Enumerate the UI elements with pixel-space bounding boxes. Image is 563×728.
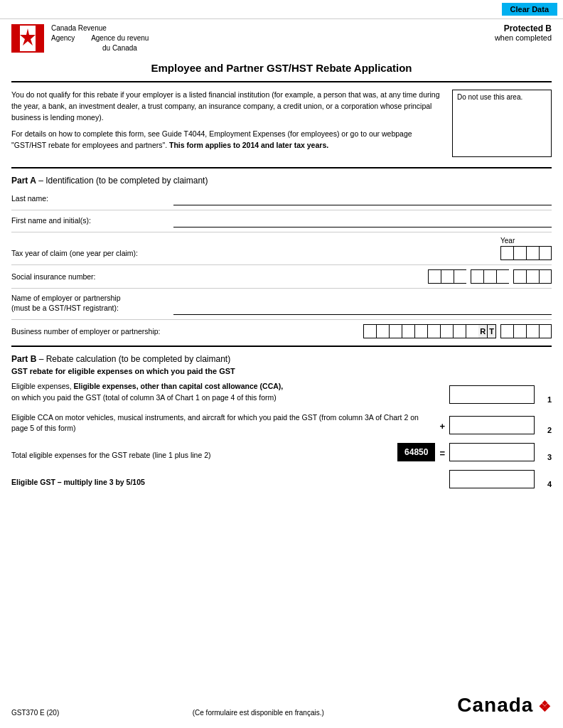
year-cell-4[interactable]	[539, 246, 552, 260]
intro-paragraph-1: You do not qualify for this rebate if yo…	[11, 90, 444, 123]
sin-cell-8[interactable]	[526, 269, 539, 284]
bn-cell-9[interactable]	[466, 324, 478, 338]
last-name-input[interactable]	[173, 193, 552, 205]
line-2-operator: +	[439, 421, 445, 434]
year-col-label: Year	[500, 237, 515, 245]
line-1-input-box	[449, 385, 535, 404]
sin-segmented-input	[428, 269, 552, 284]
line-2-label: Eligible CCA on motor vehicles, musical …	[11, 412, 435, 435]
line-1-number: 1	[539, 395, 552, 404]
header-section: Canada Revenue Agency Agence du revenu d…	[0, 19, 563, 56]
gst-rebate-title: GST rebate for eligible expenses on whic…	[11, 367, 552, 375]
line-1-label: Eligible expenses, Eligible expenses, ot…	[11, 381, 445, 404]
intro-section: You do not qualify for this rebate if yo…	[0, 82, 563, 164]
sin-cell-9[interactable]	[539, 269, 552, 284]
sin-row: Social insurance number:	[11, 265, 552, 289]
do-not-use-box: Do not use this area.	[452, 90, 552, 157]
logo-area: Canada Revenue Agency Agence du revenu d…	[11, 23, 149, 53]
part-a-header: Part A – Identification (to be completed…	[0, 171, 563, 188]
sin-label: Social insurance number:	[11, 272, 168, 284]
bn-cell-3[interactable]	[389, 324, 402, 338]
year-cell-1[interactable]	[500, 246, 513, 260]
year-cell-3[interactable]	[526, 246, 539, 260]
line-3-operator: =	[439, 448, 445, 461]
clear-data-button[interactable]: Clear Data	[502, 3, 557, 16]
agency-en: Canada Revenue	[51, 24, 107, 32]
bn-ref-4[interactable]	[539, 324, 552, 338]
sin-cell-4[interactable]	[471, 269, 483, 284]
business-number-label: Business number of employer or partnersh…	[11, 326, 168, 338]
line-1-input[interactable]	[450, 390, 532, 399]
sin-cell-7[interactable]	[513, 269, 526, 284]
first-name-row: First name and initial(s):	[11, 210, 552, 232]
line-3-number: 3	[539, 453, 552, 461]
line-4-number: 4	[539, 480, 552, 488]
part-b-body: GST rebate for eligible expenses on whic…	[0, 367, 563, 493]
tax-year-input-area: Year	[173, 237, 552, 260]
bn-segmented-input: R T	[363, 324, 552, 338]
line-3-input[interactable]	[450, 448, 532, 456]
bn-cell-4[interactable]	[402, 324, 414, 338]
part-a-body: Last name: First name and initial(s): Ta…	[0, 188, 563, 343]
year-segmented-input	[500, 246, 552, 260]
employer-name-input-area	[173, 302, 552, 315]
business-number-input-area: R T	[173, 324, 552, 338]
line-4-label: Eligible GST – multiply line 3 by 5/105	[11, 477, 445, 488]
intro-text: You do not qualify for this rebate if yo…	[11, 90, 444, 157]
line-2-row: Eligible CCA on motor vehicles, musical …	[11, 408, 552, 439]
bn-cell-8[interactable]	[453, 324, 466, 338]
employer-name-row: Name of employer or partnership (must be…	[11, 289, 552, 320]
first-name-input-area	[173, 215, 552, 228]
bn-ref-2[interactable]	[513, 324, 526, 338]
employer-name-label: Name of employer or partnership (must be…	[11, 293, 168, 315]
agency-fr2: du Canada	[102, 44, 137, 52]
bn-cell-2[interactable]	[376, 324, 389, 338]
line-3-row: Total eligible expenses for the GST reba…	[11, 439, 552, 466]
first-name-input[interactable]	[173, 215, 552, 228]
sin-cell-2[interactable]	[441, 269, 454, 284]
footer: GST370 E (20) (Ce formulaire est disponi…	[0, 694, 563, 717]
rt-label: R	[478, 324, 488, 338]
line-2-input[interactable]	[450, 421, 532, 429]
sin-cell-6[interactable]	[496, 269, 509, 284]
agency-en2: Agency	[51, 34, 75, 42]
tax-year-row: Tax year of claim (one year per claim): …	[11, 232, 552, 265]
bn-cell-1[interactable]	[363, 324, 376, 338]
bn-cell-7[interactable]	[440, 324, 453, 338]
line-4-row: Eligible GST – multiply line 3 by 5/105 …	[11, 466, 552, 493]
protected-b-label: Protected B when completed	[495, 23, 552, 42]
footer-french: (Ce formulaire est disponible en françai…	[193, 709, 324, 717]
rt-label-t: T	[488, 324, 496, 338]
footer-form-number: GST370 E (20)	[11, 709, 59, 717]
part-b-header: Part B – Rebate calculation (to be compl…	[0, 350, 563, 367]
line-3-input-box	[449, 443, 535, 461]
sin-cell-5[interactable]	[483, 269, 496, 284]
employer-name-input[interactable]	[173, 302, 552, 315]
intro-paragraph-2: For details on how to complete this form…	[11, 129, 444, 151]
sin-cell-1[interactable]	[428, 269, 441, 284]
canada-flag-icon	[11, 24, 44, 53]
line-2-input-box	[449, 416, 535, 434]
bn-ref-1[interactable]	[500, 324, 513, 338]
agency-text: Canada Revenue Agency Agence du revenu d…	[51, 23, 149, 53]
bn-cell-6[interactable]	[427, 324, 440, 338]
part-b-divider	[11, 346, 552, 347]
last-name-label: Last name:	[11, 193, 168, 205]
svg-rect-0	[13, 26, 20, 51]
line-4-input[interactable]	[450, 475, 532, 483]
line-1-row: Eligible expenses, Eligible expenses, ot…	[11, 377, 552, 408]
bn-ref-3[interactable]	[526, 324, 539, 338]
sin-cell-3[interactable]	[454, 269, 466, 284]
bn-cell-5[interactable]	[414, 324, 427, 338]
year-cell-2[interactable]	[513, 246, 526, 260]
top-bar: Clear Data	[0, 0, 563, 19]
last-name-row: Last name:	[11, 188, 552, 210]
sin-input-area	[173, 269, 552, 284]
tax-year-label: Tax year of claim (one year per claim):	[11, 248, 168, 260]
line-3-label: Total eligible expenses for the GST reba…	[11, 450, 393, 461]
line-3-value: 64850	[397, 443, 435, 461]
business-number-row: Business number of employer or partnersh…	[11, 320, 552, 343]
line-2-number: 2	[539, 426, 552, 434]
line-4-input-box	[449, 470, 535, 488]
last-name-input-area	[173, 193, 552, 205]
